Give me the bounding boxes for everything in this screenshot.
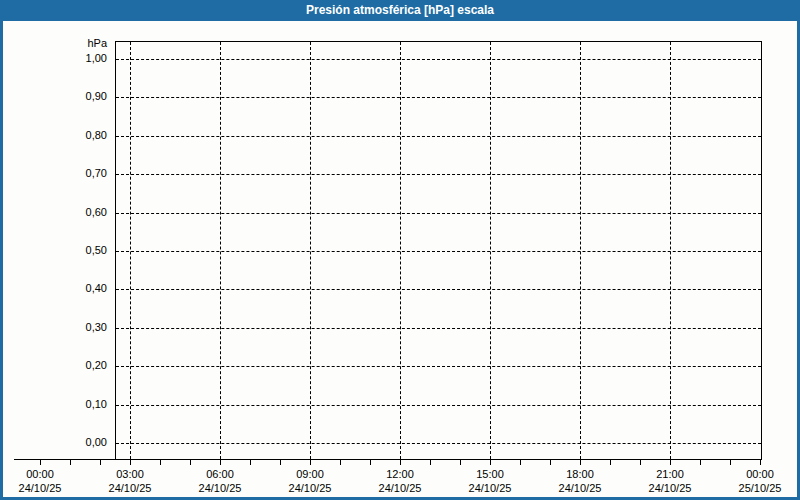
plot-area	[115, 41, 762, 460]
chart-window: Presión atmosférica [hPa] escala hPa1,00…	[0, 0, 800, 500]
x-axis-tick	[640, 460, 641, 465]
x-tick-date-label: 24/10/25	[355, 482, 445, 495]
y-axis-unit-label: hPa	[0, 37, 107, 50]
x-tick-time-label: 03:00	[85, 468, 175, 481]
y-tick-label: 0,50	[0, 244, 107, 257]
y-tick-label: 0,10	[0, 398, 107, 411]
x-axis-tick	[430, 460, 431, 465]
x-tick-date-label: 24/10/25	[0, 482, 85, 495]
x-axis-tick	[160, 460, 161, 465]
x-axis-tick	[520, 460, 521, 465]
x-axis-tick	[250, 460, 251, 465]
x-tick-date-label: 24/10/25	[535, 482, 625, 495]
y-tick-label: 1,00	[0, 52, 107, 65]
x-axis-tick	[100, 460, 101, 465]
x-tick-date-label: 25/10/25	[715, 482, 800, 495]
x-axis-tick	[760, 460, 761, 465]
x-axis-tick	[580, 460, 581, 465]
x-axis-tick	[550, 460, 551, 465]
y-tick-label: 0,40	[0, 282, 107, 295]
x-axis-tick	[460, 460, 461, 465]
x-axis-tick	[400, 460, 401, 465]
x-axis-tick	[670, 460, 671, 465]
x-tick-date-label: 24/10/25	[265, 482, 355, 495]
x-axis-tick	[340, 460, 341, 465]
x-tick-time-label: 21:00	[625, 468, 715, 481]
y-tick-label: 0,60	[0, 206, 107, 219]
x-axis-tick	[40, 460, 41, 465]
x-tick-time-label: 18:00	[535, 468, 625, 481]
x-tick-date-label: 24/10/25	[625, 482, 715, 495]
x-tick-time-label: 06:00	[175, 468, 265, 481]
x-tick-time-label: 00:00	[0, 468, 85, 481]
x-tick-time-label: 09:00	[265, 468, 355, 481]
y-tick-label: 0,00	[0, 436, 107, 449]
x-axis-tick	[610, 460, 611, 465]
x-axis-tick	[700, 460, 701, 465]
y-tick-label: 0,70	[0, 167, 107, 180]
y-tick-label: 0,20	[0, 359, 107, 372]
y-tick-label: 0,30	[0, 321, 107, 334]
x-axis-tick	[370, 460, 371, 465]
x-tick-date-label: 24/10/25	[445, 482, 535, 495]
x-axis-tick	[490, 460, 491, 465]
x-tick-date-label: 24/10/25	[175, 482, 265, 495]
y-tick-label: 0,90	[0, 90, 107, 103]
x-tick-time-label: 12:00	[355, 468, 445, 481]
y-tick-label: 0,80	[0, 129, 107, 142]
x-tick-time-label: 00:00	[715, 468, 800, 481]
x-axis-tick	[310, 460, 311, 465]
x-axis-tick	[70, 460, 71, 465]
x-tick-date-label: 24/10/25	[85, 482, 175, 495]
x-axis-tick	[730, 460, 731, 465]
x-tick-time-label: 15:00	[445, 468, 535, 481]
x-axis-tick	[220, 460, 221, 465]
x-axis-tick	[130, 460, 131, 465]
x-axis-tick	[190, 460, 191, 465]
x-axis-tick	[280, 460, 281, 465]
window-title: Presión atmosférica [hPa] escala	[0, 0, 800, 21]
